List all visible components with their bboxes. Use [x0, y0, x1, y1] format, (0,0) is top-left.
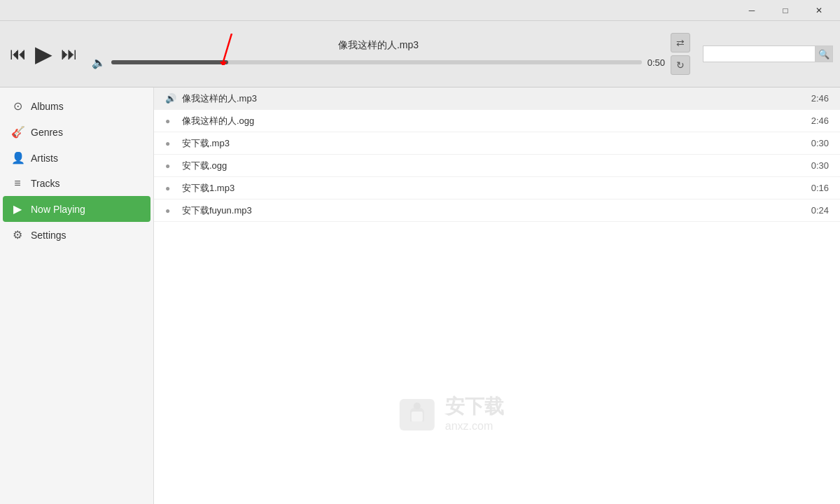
svg-rect-2	[400, 399, 435, 430]
track-name: 安下载1.mp3	[182, 182, 801, 195]
sidebar-label-genres: Genres	[31, 127, 63, 138]
sidebar-label-artists: Artists	[31, 153, 58, 164]
time-display: 0:50	[648, 57, 665, 68]
track-row[interactable]: 🔊像我这样的人.mp32:46	[154, 88, 840, 110]
track-row[interactable]: ●安下载fuyun.mp30:24	[154, 200, 840, 222]
track-bullet: ●	[165, 183, 176, 193]
now-playing-icon: ▶	[11, 202, 24, 216]
shuffle-button[interactable]: ⇄	[671, 33, 690, 52]
svg-marker-1	[220, 62, 227, 65]
track-duration: 0:30	[801, 160, 829, 171]
sidebar-label-tracks: Tracks	[31, 178, 59, 189]
player-right: ⇄ ↻	[671, 33, 690, 75]
artists-icon: 👤	[11, 151, 24, 164]
track-row[interactable]: ●安下载1.mp30:16	[154, 177, 840, 200]
track-bullet: ●	[165, 116, 176, 126]
progress-fill	[111, 60, 228, 64]
watermark-text: 安下载	[445, 393, 504, 420]
sidebar-item-genres[interactable]: 🎸 Genres	[0, 119, 153, 145]
track-list: 🔊像我这样的人.mp32:46●像我这样的人.ogg2:46●安下载.mp30:…	[154, 88, 840, 504]
window-chrome: ─ □ ✕	[0, 0, 840, 21]
rewind-button[interactable]: ⏮	[7, 41, 29, 66]
sidebar-item-artists[interactable]: 👤 Artists	[0, 145, 153, 171]
player-bar: ⏮ ▶ ⏭ 像我这样的人.mp3 🔈 0:50 ⇄ ↻	[0, 21, 840, 88]
track-row[interactable]: ●安下载.mp30:30	[154, 132, 840, 155]
track-name: 像我这样的人.ogg	[182, 115, 801, 127]
close-button[interactable]: ✕	[804, 1, 834, 20]
sidebar-label-now-playing: Now Playing	[31, 204, 85, 215]
svg-point-3	[414, 402, 421, 410]
track-name: 像我这样的人.mp3	[182, 92, 801, 105]
track-row[interactable]: ●像我这样的人.ogg2:46	[154, 110, 840, 132]
albums-icon: ⊙	[11, 99, 24, 113]
repeat-button[interactable]: ↻	[671, 55, 690, 75]
now-playing-title: 像我这样的人.mp3	[338, 39, 419, 52]
main-content: ⊙ Albums 🎸 Genres 👤 Artists ≡ Tracks ▶ N…	[0, 88, 840, 504]
track-duration: 0:30	[801, 138, 829, 148]
svg-rect-4	[412, 412, 423, 421]
watermark: 安下载 anxz.com	[396, 392, 504, 434]
volume-icon: 🔈	[92, 56, 106, 69]
search-button[interactable]: 🔍	[815, 46, 833, 62]
track-bullet: ●	[165, 161, 176, 171]
track-bullet: ●	[165, 139, 176, 148]
playing-indicator: 🔊	[165, 93, 176, 104]
sidebar-item-albums[interactable]: ⊙ Albums	[0, 93, 153, 119]
maximize-button[interactable]: □	[770, 1, 801, 20]
track-duration: 2:46	[801, 115, 829, 126]
player-center: 像我这样的人.mp3 🔈 0:50	[92, 39, 665, 69]
track-duration: 0:24	[801, 205, 829, 216]
watermark-icon	[396, 392, 438, 434]
settings-icon: ⚙	[11, 228, 24, 241]
svg-line-0	[223, 34, 232, 62]
track-name: 安下载fuyun.mp3	[182, 204, 801, 217]
sidebar-item-tracks[interactable]: ≡ Tracks	[0, 171, 153, 196]
track-row[interactable]: ●安下载.ogg0:30	[154, 155, 840, 177]
track-name: 安下载.mp3	[182, 137, 801, 150]
sidebar-label-albums: Albums	[31, 101, 64, 112]
play-button[interactable]: ▶	[32, 38, 55, 70]
transport-controls: ⏮ ▶ ⏭	[7, 38, 80, 70]
seek-cursor	[218, 34, 239, 68]
minimize-button[interactable]: ─	[736, 1, 767, 20]
sidebar-item-settings[interactable]: ⚙ Settings	[0, 222, 153, 248]
watermark-subtext: anxz.com	[445, 420, 504, 433]
sidebar-label-settings: Settings	[31, 230, 66, 241]
track-duration: 0:16	[801, 183, 829, 193]
progress-bar[interactable]	[111, 60, 642, 64]
track-bullet: ●	[165, 206, 176, 216]
tracks-icon: ≡	[11, 177, 24, 190]
search-input[interactable]	[703, 46, 815, 62]
forward-button[interactable]: ⏭	[58, 41, 80, 66]
sidebar: ⊙ Albums 🎸 Genres 👤 Artists ≡ Tracks ▶ N…	[0, 88, 154, 504]
genres-icon: 🎸	[11, 125, 24, 139]
track-name: 安下载.ogg	[182, 160, 801, 172]
search-bar: 🔍	[703, 46, 833, 62]
progress-row: 🔈 0:50	[92, 56, 665, 69]
content-area: ⊙ Albums 🎸 Genres 👤 Artists ≡ Tracks ▶ N…	[0, 88, 840, 504]
track-duration: 2:46	[801, 93, 829, 104]
sidebar-item-now-playing[interactable]: ▶ Now Playing	[3, 196, 150, 222]
